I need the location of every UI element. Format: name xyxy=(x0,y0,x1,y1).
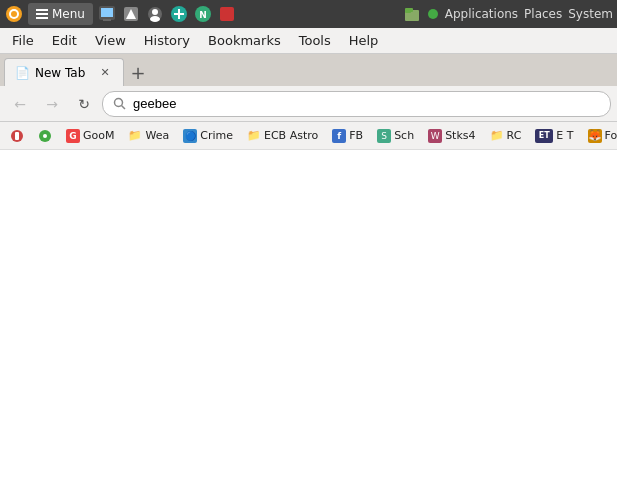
nav-bar: ← → ↻ xyxy=(0,86,617,122)
bookmark-fox[interactable]: 🦊 Fox xyxy=(582,125,618,147)
tab-0-title: New Tab xyxy=(35,66,91,80)
taskbar-icon-mozilla[interactable]: N xyxy=(193,4,213,24)
bk-label-et: E T xyxy=(556,129,573,142)
svg-rect-16 xyxy=(174,13,184,15)
bk-icon-crime: 🔵 xyxy=(183,129,197,143)
system-logo[interactable] xyxy=(4,4,24,24)
bk-icon-wea: 📁 xyxy=(128,129,142,143)
bk-label-sch: Sch xyxy=(394,129,414,142)
bk-label-stks4: Stks4 xyxy=(445,129,475,142)
bk-label-rc: RC xyxy=(507,129,522,142)
menu-tools[interactable]: Tools xyxy=(291,31,339,50)
back-button[interactable]: ← xyxy=(6,90,34,118)
bk-icon-0 xyxy=(10,129,24,143)
system-bar: Menu N xyxy=(0,0,617,28)
bookmark-stks4[interactable]: W Stks4 xyxy=(422,125,481,147)
address-input[interactable] xyxy=(133,96,600,111)
tab-0-close[interactable]: ✕ xyxy=(97,65,113,81)
tab-bar: 📄 New Tab ✕ + xyxy=(0,54,617,86)
taskbar-icon-plus[interactable] xyxy=(169,4,189,24)
reload-button[interactable]: ↻ xyxy=(70,90,98,118)
bookmark-wea[interactable]: 📁 Wea xyxy=(122,125,175,147)
svg-line-25 xyxy=(122,105,126,109)
svg-point-23 xyxy=(428,9,438,19)
bookmark-goom[interactable]: G GooM xyxy=(60,125,120,147)
bk-icon-goom: G xyxy=(66,129,80,143)
search-icon xyxy=(113,97,127,111)
bookmark-fb[interactable]: f FB xyxy=(326,125,369,147)
apps-label[interactable]: Applications xyxy=(445,7,518,21)
tab-0-favicon: 📄 xyxy=(15,66,29,80)
bk-label-crime: Crime xyxy=(200,129,233,142)
taskbar-icon-red[interactable] xyxy=(217,4,237,24)
taskbar-icon-2[interactable] xyxy=(121,4,141,24)
bk-icon-ecb: 📁 xyxy=(247,129,261,143)
menu-bookmarks[interactable]: Bookmarks xyxy=(200,31,289,50)
bookmark-crime[interactable]: 🔵 Crime xyxy=(177,125,239,147)
bk-icon-stks4: W xyxy=(428,129,442,143)
bk-icon-1 xyxy=(38,129,52,143)
bk-label-fb: FB xyxy=(349,129,363,142)
forward-button[interactable]: → xyxy=(38,90,66,118)
places-label[interactable]: Places xyxy=(524,7,562,21)
svg-rect-22 xyxy=(405,8,413,12)
bookmarks-bar: G GooM 📁 Wea 🔵 Crime 📁 ECB Astro f FB S … xyxy=(0,122,617,150)
bk-icon-fb: f xyxy=(332,129,346,143)
svg-rect-5 xyxy=(36,17,48,19)
menu-help[interactable]: Help xyxy=(341,31,387,50)
taskbar-files[interactable] xyxy=(403,4,423,24)
svg-rect-4 xyxy=(36,13,48,15)
address-bar[interactable] xyxy=(102,91,611,117)
svg-point-13 xyxy=(150,16,160,22)
svg-point-29 xyxy=(43,134,47,138)
bk-label-wea: Wea xyxy=(145,129,169,142)
svg-point-24 xyxy=(115,98,123,106)
system-label[interactable]: System xyxy=(568,7,613,21)
menu-edit[interactable]: Edit xyxy=(44,31,85,50)
bookmark-et[interactable]: ET E T xyxy=(529,125,579,147)
new-tab-button[interactable]: + xyxy=(126,60,150,84)
menu-bar: File Edit View History Bookmarks Tools H… xyxy=(0,28,617,54)
svg-point-12 xyxy=(152,9,158,15)
bk-icon-et: ET xyxy=(535,129,553,143)
svg-rect-27 xyxy=(15,132,19,140)
svg-rect-19 xyxy=(220,7,234,21)
menu-file[interactable]: File xyxy=(4,31,42,50)
svg-text:N: N xyxy=(199,10,207,20)
svg-rect-3 xyxy=(36,9,48,11)
bk-label-fox: Fox xyxy=(605,129,618,142)
bookmark-0[interactable] xyxy=(4,125,30,147)
bookmark-sch[interactable]: S Sch xyxy=(371,125,420,147)
menu-button[interactable]: Menu xyxy=(28,3,93,25)
bookmark-1[interactable] xyxy=(32,125,58,147)
bk-icon-fox: 🦊 xyxy=(588,129,602,143)
svg-point-2 xyxy=(11,11,17,17)
system-bar-apps: Applications Places System xyxy=(427,7,613,21)
svg-rect-8 xyxy=(103,19,111,21)
main-content xyxy=(0,150,617,500)
taskbar-icon-3[interactable] xyxy=(145,4,165,24)
bk-label-goom: GooM xyxy=(83,129,114,142)
taskbar-icon-1[interactable] xyxy=(97,4,117,24)
tab-0[interactable]: 📄 New Tab ✕ xyxy=(4,58,124,86)
bk-icon-sch: S xyxy=(377,129,391,143)
svg-rect-7 xyxy=(101,8,113,17)
bookmark-rc[interactable]: 📁 RC xyxy=(484,125,528,147)
bk-label-ecb: ECB Astro xyxy=(264,129,318,142)
bookmark-ecb[interactable]: 📁 ECB Astro xyxy=(241,125,324,147)
menu-view[interactable]: View xyxy=(87,31,134,50)
menu-label: Menu xyxy=(52,7,85,21)
bk-icon-rc: 📁 xyxy=(490,129,504,143)
menu-history[interactable]: History xyxy=(136,31,198,50)
